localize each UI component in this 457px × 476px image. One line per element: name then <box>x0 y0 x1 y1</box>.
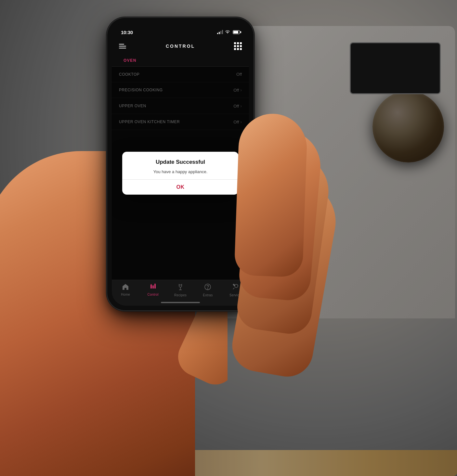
svg-rect-1 <box>152 286 154 289</box>
notch <box>159 22 202 31</box>
status-icons <box>217 30 240 35</box>
service-icon <box>232 283 239 292</box>
nav-extras-label: Extras <box>203 293 213 297</box>
menu-line-long <box>119 46 126 46</box>
grid-dot <box>240 42 242 44</box>
nav-home[interactable]: Home <box>112 283 139 296</box>
grid-dot <box>240 48 242 50</box>
grid-dot <box>240 45 242 47</box>
grid-dot <box>234 42 236 44</box>
home-indicator <box>161 302 200 303</box>
menu-button[interactable] <box>119 44 126 48</box>
nav-extras[interactable]: Extras <box>194 283 221 297</box>
tab-oven[interactable]: OVEN <box>118 56 142 65</box>
svg-point-9 <box>208 289 208 289</box>
dialog-box: Update Successful You have a happy appli… <box>122 152 239 195</box>
menu-line-long2 <box>119 48 126 48</box>
wifi-icon <box>225 30 230 35</box>
oven-content: COOKTOP Off PRECISION COOKING Off › UPPE… <box>112 67 249 280</box>
nav-control-label: Control <box>147 293 158 296</box>
dialog-ok-button[interactable]: OK <box>122 180 239 195</box>
grid-dot <box>237 45 239 47</box>
dialog-message: You have a happy appliance. <box>130 169 231 175</box>
svg-rect-0 <box>150 285 152 289</box>
recipes-icon <box>177 283 184 292</box>
menu-line-short <box>119 44 124 45</box>
nav-recipes-label: Recipes <box>174 293 187 297</box>
nav-control[interactable]: Control <box>139 283 166 296</box>
nav-recipes[interactable]: Recipes <box>167 283 194 297</box>
home-icon <box>122 283 129 291</box>
dialog-overlay: Update Successful You have a happy appli… <box>112 67 249 280</box>
app-header: CONTROL <box>112 38 249 54</box>
status-time: 10:30 <box>121 30 133 35</box>
dialog-content: Update Successful You have a happy appli… <box>122 152 239 180</box>
phone-body: 10:30 <box>107 18 254 310</box>
tab-oven-label: OVEN <box>124 58 137 63</box>
dialog-title: Update Successful <box>130 159 231 165</box>
header-title: CONTROL <box>166 44 195 49</box>
grid-dot <box>237 48 239 50</box>
control-icon <box>150 283 157 291</box>
signal-bar-2 <box>219 32 220 34</box>
signal-bar-1 <box>217 33 218 34</box>
grid-dot <box>234 45 236 47</box>
battery-icon <box>233 30 240 34</box>
grid-dot <box>234 48 236 50</box>
phone: 10:30 <box>107 18 254 310</box>
svg-rect-2 <box>154 284 156 289</box>
tab-bar: OVEN <box>112 54 249 67</box>
phone-screen: 10:30 <box>112 22 249 306</box>
extras-icon <box>204 283 211 292</box>
grid-button[interactable] <box>234 42 242 50</box>
nav-home-label: Home <box>121 293 130 296</box>
signal-bar-4 <box>222 30 223 34</box>
signal-bar-3 <box>220 31 221 34</box>
signal-bars-icon <box>217 30 223 34</box>
grid-dot <box>237 42 239 44</box>
